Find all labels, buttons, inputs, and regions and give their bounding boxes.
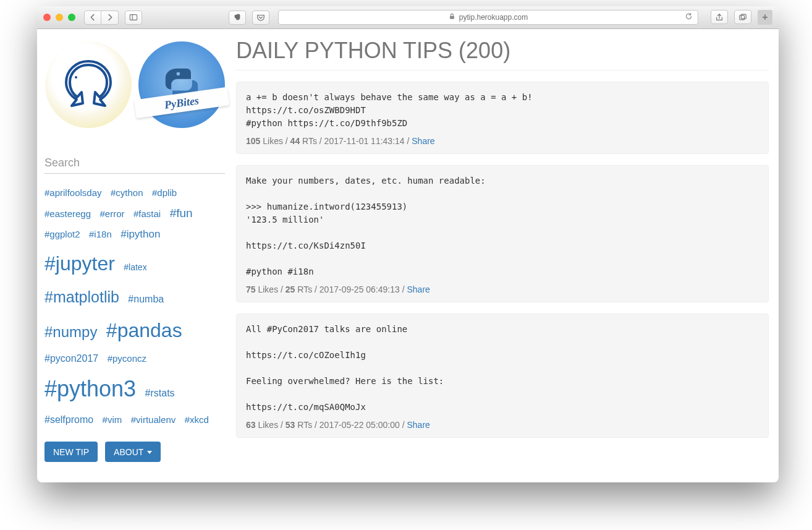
tabs-button[interactable] [734, 10, 751, 24]
elephant-icon [233, 13, 242, 22]
tip-timestamp: 2017-05-22 05:00:00 [319, 420, 400, 430]
browser-titlebar: pytip.herokuapp.com + [37, 6, 779, 29]
sidebar-toggle-button[interactable] [125, 11, 142, 25]
sidebar-icon [129, 13, 138, 22]
tag-link[interactable]: #python3 [44, 368, 136, 410]
page-body: PyBites #aprilfoolsday #cython #dplib #e… [37, 29, 779, 482]
close-window-button[interactable] [43, 14, 51, 21]
tip-body: All #PyCon2017 talks are online https://… [246, 323, 759, 414]
svg-rect-0 [130, 15, 137, 20]
share-link[interactable]: Share [412, 136, 434, 146]
tag-link[interactable]: #rstats [145, 384, 175, 403]
tag-link[interactable]: #cython [111, 184, 143, 202]
forward-button[interactable] [101, 11, 119, 25]
new-tab-button[interactable]: + [758, 10, 772, 25]
tag-link[interactable]: #xkcd [185, 411, 209, 429]
back-button[interactable] [84, 11, 101, 25]
tag-link[interactable]: #fastai [133, 205, 161, 223]
chevron-right-icon [106, 13, 114, 22]
share-link[interactable]: Share [407, 420, 430, 430]
tag-link[interactable]: #ipython [121, 224, 160, 244]
address-url: pytip.herokuapp.com [459, 13, 528, 22]
svg-rect-3 [740, 15, 745, 19]
tag-link[interactable]: #jupyter [44, 245, 115, 283]
daily-python-tip-logo[interactable] [45, 41, 132, 128]
tip-meta: 75 Likes / 25 RTs / 2017-09-25 06:49:13 … [246, 284, 759, 294]
tag-link[interactable]: #numba [128, 290, 164, 309]
rts-label: RTs [297, 284, 312, 294]
tip-timestamp: 2017-11-01 11:43:14 [324, 136, 405, 146]
caret-down-icon [147, 451, 152, 454]
tag-link[interactable]: #pyconcz [108, 350, 146, 368]
tip-body: a += b doesn't always behave the same wa… [246, 91, 759, 130]
rts-count: 53 [285, 420, 295, 430]
tag-link[interactable]: #dplib [152, 184, 177, 202]
tips-list: a += b doesn't always behave the same wa… [236, 82, 769, 438]
tip-card: a += b doesn't always behave the same wa… [236, 82, 769, 154]
likes-count: 75 [246, 284, 256, 294]
browser-window: pytip.herokuapp.com + [37, 6, 779, 482]
rts-label: RTs [302, 136, 317, 146]
tag-link[interactable]: #pycon2017 [44, 349, 98, 368]
likes-count: 105 [246, 136, 260, 146]
tip-card: Make your numbers, dates, etc. human rea… [236, 165, 769, 302]
tag-link[interactable]: #aprilfoolsday [44, 184, 102, 202]
likes-label: Likes [258, 420, 278, 430]
about-dropdown-button[interactable]: ABOUT [105, 442, 161, 462]
tag-link[interactable]: #selfpromo [44, 411, 93, 429]
tag-link[interactable]: #easteregg [44, 205, 91, 223]
tag-link[interactable]: #virtualenv [131, 411, 176, 429]
tag-link[interactable]: #pandas [106, 312, 182, 349]
sidebar: PyBites #aprilfoolsday #cython #dplib #e… [44, 29, 236, 476]
maximize-window-button[interactable] [68, 14, 75, 21]
tag-link[interactable]: #i18n [89, 226, 112, 244]
minimize-window-button[interactable] [56, 14, 63, 21]
tag-link[interactable]: #ggplot2 [44, 226, 80, 244]
plus-icon: + [762, 12, 768, 23]
tag-cloud: #aprilfoolsday #cython #dplib #easteregg… [44, 184, 225, 429]
share-icon [715, 13, 724, 22]
window-controls [43, 14, 75, 21]
evernote-extension-button[interactable] [229, 11, 246, 25]
rts-label: RTs [297, 420, 312, 430]
pybites-logo[interactable]: PyBites [138, 41, 225, 128]
share-link[interactable]: Share [407, 284, 430, 294]
pocket-icon [256, 13, 265, 22]
tabs-icon [738, 13, 747, 22]
main-content: DAILY PYTHON TIPS (200) a += b doesn't a… [236, 29, 769, 476]
likes-label: Likes [263, 136, 283, 146]
new-tip-button[interactable]: NEW TIP [44, 442, 98, 462]
chevron-left-icon [88, 13, 97, 22]
likes-label: Likes [258, 284, 278, 294]
nav-back-forward [84, 11, 119, 25]
new-tip-label: NEW TIP [53, 447, 89, 457]
rts-count: 44 [290, 136, 300, 146]
tag-link[interactable]: #matplotlib [44, 283, 119, 312]
rts-count: 25 [285, 284, 295, 294]
svg-point-5 [75, 76, 77, 79]
tag-link[interactable]: #numpy [44, 318, 97, 346]
tip-meta: 105 Likes / 44 RTs / 2017-11-01 11:43:14… [246, 136, 759, 146]
page-title: DAILY PYTHON TIPS (200) [236, 38, 769, 71]
share-button[interactable] [711, 10, 728, 24]
svg-rect-4 [741, 14, 746, 19]
tip-meta: 63 Likes / 53 RTs / 2017-05-22 05:00:00 … [246, 420, 759, 430]
address-bar[interactable]: pytip.herokuapp.com [278, 10, 698, 25]
snake-ouroboros-icon [57, 54, 119, 116]
likes-count: 63 [246, 420, 256, 430]
pocket-extension-button[interactable] [252, 11, 269, 25]
reload-icon [685, 12, 693, 20]
tip-card: All #PyCon2017 talks are online https://… [236, 314, 769, 438]
lock-icon [449, 13, 455, 22]
tag-link[interactable]: #fun [170, 202, 193, 224]
tag-link[interactable]: #error [100, 205, 125, 223]
tip-timestamp: 2017-09-25 06:49:13 [319, 284, 400, 294]
tag-link[interactable]: #vim [103, 411, 122, 429]
tag-link[interactable]: #latex [124, 259, 146, 276]
about-label: ABOUT [114, 447, 143, 457]
logo-row: PyBites [44, 41, 225, 128]
tip-body: Make your numbers, dates, etc. human rea… [246, 174, 759, 278]
reload-button[interactable] [685, 12, 693, 22]
svg-rect-2 [450, 16, 454, 19]
search-input[interactable] [44, 153, 225, 174]
